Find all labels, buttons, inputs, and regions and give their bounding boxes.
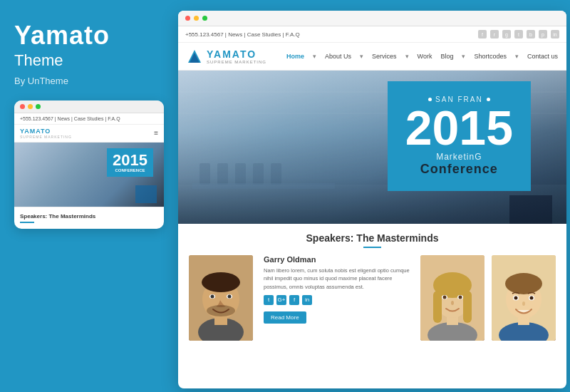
svg-rect-27 — [463, 291, 472, 323]
svg-point-40 — [514, 296, 518, 300]
google-icon[interactable]: g — [502, 30, 511, 38]
svg-point-20 — [207, 305, 235, 316]
speaker-1-face-svg — [189, 255, 253, 341]
nav-work[interactable]: Work — [418, 53, 432, 60]
nav-shortcodes-down-icon: ▾ — [515, 53, 519, 60]
svg-rect-5 — [200, 163, 210, 185]
mobile-hero-overlay: 2015 Conference — [107, 148, 153, 177]
svg-point-18 — [211, 295, 214, 299]
dot-yellow — [28, 104, 33, 109]
dot-red — [20, 104, 25, 109]
mobile-year: 2015 — [113, 153, 147, 168]
browser-dot-green — [202, 16, 207, 21]
hero-dark-block — [509, 195, 552, 224]
browser-topbar-text: +555.123.4567 | News | Case Studies | F.… — [185, 31, 300, 38]
main-nav: YAMATO SUPREME MARKETING Home ▾ About Us… — [178, 43, 566, 71]
main-nav-links: Home ▾ About Us ▾ Services ▾ Work Blog ▾… — [286, 53, 558, 60]
mobile-logo: YAMATO SUPREME MARKETING — [20, 128, 72, 139]
hero-section: SAN FRAN 2015 MarketinG Conference — [178, 71, 566, 224]
speaker-facebook-icon[interactable]: f — [289, 295, 299, 305]
logo-main-text: YAMATO — [207, 48, 266, 60]
theme-by: By UnTheme — [14, 76, 68, 86]
svg-rect-8 — [253, 163, 264, 185]
svg-rect-9 — [271, 163, 281, 185]
mobile-hero-blue-block — [135, 185, 157, 203]
main-window: +555.123.4567 | News | Case Studies | F.… — [178, 11, 566, 388]
rss-icon[interactable]: r — [490, 30, 499, 38]
pinterest-icon[interactable]: p — [539, 30, 547, 38]
hero-year: 2015 — [405, 103, 513, 152]
svg-point-42 — [522, 301, 525, 306]
speakers-line — [363, 247, 381, 248]
nav-blog[interactable]: Blog — [440, 53, 453, 60]
browser-social-icons: f r g t b p in — [478, 30, 559, 38]
theme-subtitle: Theme — [14, 51, 63, 70]
browser-dot-red — [185, 16, 190, 21]
mobile-conference: Conference — [113, 168, 147, 172]
speaker-name-1: Garry Oldman — [264, 255, 410, 264]
svg-rect-26 — [433, 291, 442, 323]
mobile-footer-text: Speakers: The Masterminds — [14, 207, 164, 229]
dot-green — [36, 104, 41, 109]
mobile-preview: +555.123.4567 | News | Case Studies | F.… — [14, 100, 164, 229]
facebook-icon[interactable]: f — [478, 30, 487, 38]
nav-home[interactable]: Home — [286, 53, 304, 60]
svg-rect-7 — [235, 163, 246, 185]
nav-about[interactable]: About Us — [325, 53, 351, 60]
browser-topbar: +555.123.4567 | News | Case Studies | F.… — [178, 26, 566, 43]
nav-services-down-icon: ▾ — [405, 53, 409, 60]
mobile-topbar-text: +555.123.4567 | News | Case Studies | F.… — [20, 116, 120, 121]
svg-point-19 — [228, 295, 232, 299]
speakers-section: Speakers: The Masterminds — [178, 224, 566, 341]
hamburger-icon[interactable]: ≡ — [154, 129, 158, 137]
browser-dot-yellow — [194, 16, 199, 21]
mobile-browser-bar — [14, 100, 164, 113]
nav-blog-down-icon: ▾ — [462, 53, 465, 60]
svg-point-37 — [505, 273, 542, 294]
mobile-footer-line — [20, 222, 34, 223]
mobile-hero: 2015 Conference — [14, 143, 164, 207]
left-panel: Yamato Theme By UnTheme +555.123.4567 | … — [0, 0, 175, 392]
mobile-speakers-title: Speakers: The Masterminds — [20, 213, 158, 220]
mobile-topbar: +555.123.4567 | News | Case Studies | F.… — [14, 113, 164, 125]
speaker-desc-1: Nam libero lorem, cum soluta nobis est e… — [264, 267, 410, 291]
mobile-logo-text: YAMATO — [20, 128, 51, 135]
theme-title: Yamato — [14, 21, 110, 50]
speaker-social-1: t G+ f in — [264, 295, 410, 305]
read-more-button-1[interactable]: Read More — [264, 311, 306, 324]
speaker-photo-3 — [492, 255, 556, 341]
speaker-info-1: Garry Oldman Nam libero lorem, cum solut… — [260, 255, 413, 324]
svg-point-31 — [459, 296, 462, 299]
svg-rect-10 — [192, 183, 335, 189]
browser-bar — [178, 11, 566, 26]
svg-rect-6 — [217, 163, 228, 185]
logo-icon — [187, 48, 202, 64]
nav-about-down-icon: ▾ — [360, 53, 363, 60]
speaker-2-face-svg — [420, 255, 484, 341]
speaker-photo-2 — [420, 255, 484, 341]
speakers-title: Speakers: The Masterminds — [189, 232, 556, 244]
speakers-grid: Garry Oldman Nam libero lorem, cum solut… — [189, 255, 556, 341]
svg-point-30 — [443, 296, 447, 299]
behance-icon[interactable]: b — [527, 30, 535, 38]
mobile-logo-sub: SUPREME MARKETING — [20, 135, 72, 139]
svg-point-41 — [530, 296, 534, 300]
linkedin-icon[interactable]: in — [551, 30, 559, 38]
speaker-twitter-icon[interactable]: t — [264, 295, 274, 305]
nav-contact[interactable]: Contact us — [527, 53, 558, 60]
nav-services[interactable]: Services — [372, 53, 397, 60]
hero-overlay-box: SAN FRAN 2015 MarketinG Conference — [388, 81, 531, 191]
main-logo: YAMATO SUPREME MARKETING — [187, 48, 266, 64]
mobile-nav: YAMATO SUPREME MARKETING ≡ — [14, 125, 164, 143]
speaker-linkedin-icon[interactable]: in — [302, 295, 312, 305]
speaker-gplus-icon[interactable]: G+ — [276, 295, 286, 305]
speaker-photo-1 — [189, 255, 253, 341]
svg-point-32 — [451, 301, 454, 305]
svg-point-15 — [202, 272, 240, 292]
logo-sub-text: SUPREME MARKETING — [207, 60, 266, 64]
nav-about-chevron: ▾ — [313, 53, 316, 60]
nav-shortcodes[interactable]: Shortcodes — [474, 53, 507, 60]
twitter-icon[interactable]: t — [514, 30, 523, 38]
hero-conference: Conference — [405, 162, 513, 177]
speaker-3-face-svg — [492, 255, 556, 341]
